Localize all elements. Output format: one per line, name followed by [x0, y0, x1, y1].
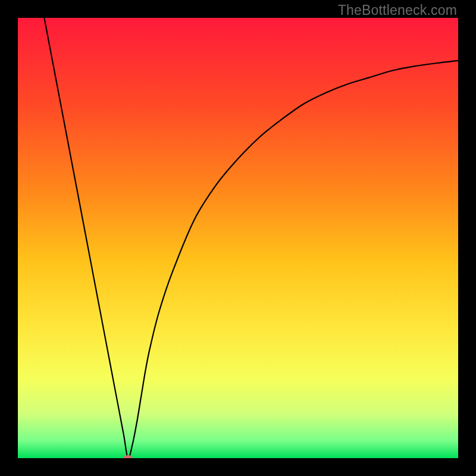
gradient-background	[18, 18, 458, 458]
watermark-text: TheBottleneck.com	[338, 2, 457, 18]
bottleneck-chart	[18, 18, 458, 458]
chart-frame	[18, 18, 458, 458]
